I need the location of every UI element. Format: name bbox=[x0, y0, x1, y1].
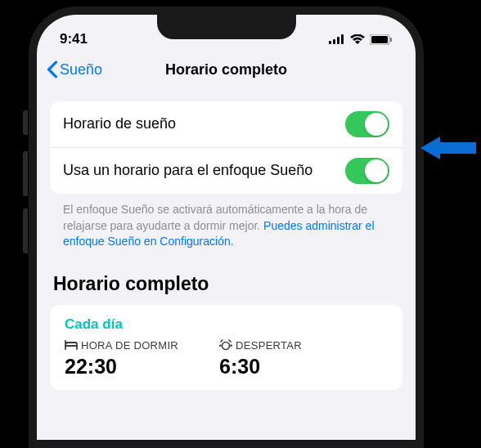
bedtime-label: HORA DE DORMIR bbox=[81, 339, 178, 352]
phone-frame: 9:41 Sueño Horario completo Horario de s… bbox=[29, 7, 424, 448]
sleep-schedule-row: Horario de sueño bbox=[50, 101, 402, 147]
schedule-frequency: Cada día bbox=[65, 316, 388, 333]
svg-rect-3 bbox=[341, 34, 344, 44]
svg-rect-1 bbox=[333, 39, 335, 44]
nav-bar: Sueño Horario completo bbox=[37, 54, 416, 87]
section-heading: Horario completo bbox=[50, 250, 402, 305]
cellular-icon bbox=[329, 34, 345, 44]
back-label: Sueño bbox=[60, 61, 102, 78]
wifi-icon bbox=[350, 34, 365, 44]
status-icons bbox=[329, 34, 393, 45]
notch bbox=[157, 15, 296, 39]
bed-icon bbox=[65, 340, 78, 350]
sleep-schedule-toggle[interactable] bbox=[345, 111, 389, 137]
status-time: 9:41 bbox=[60, 31, 88, 47]
wake-label: DESPERTAR bbox=[236, 339, 302, 352]
use-focus-label: Usa un horario para el enfoque Sueño bbox=[63, 161, 345, 180]
svg-rect-0 bbox=[329, 41, 331, 44]
back-button[interactable]: Sueño bbox=[47, 60, 102, 78]
svg-rect-2 bbox=[337, 37, 339, 44]
phone-screen: 9:41 Sueño Horario completo Horario de s… bbox=[37, 15, 416, 440]
schedule-card[interactable]: Cada día HORA DE DORMIR 22:30 DESPERTAR bbox=[50, 305, 402, 390]
callout-arrow-icon bbox=[419, 133, 476, 163]
battery-icon bbox=[370, 34, 393, 45]
page-title: Horario completo bbox=[165, 61, 287, 78]
svg-rect-6 bbox=[390, 38, 392, 42]
alarm-icon bbox=[219, 339, 232, 351]
use-focus-row: Usa un horario para el enfoque Sueño bbox=[50, 147, 402, 194]
settings-card: Horario de sueño Usa un horario para el … bbox=[50, 101, 402, 194]
use-focus-toggle[interactable] bbox=[345, 158, 389, 184]
svg-point-7 bbox=[223, 343, 230, 350]
bedtime-col: HORA DE DORMIR 22:30 bbox=[65, 339, 178, 379]
wake-col: DESPERTAR 6:30 bbox=[219, 339, 302, 379]
chevron-left-icon bbox=[47, 60, 58, 78]
bedtime-value: 22:30 bbox=[65, 355, 178, 379]
wake-value: 6:30 bbox=[219, 355, 302, 379]
footer-text: El enfoque Sueño se activará automáticam… bbox=[50, 194, 402, 250]
svg-rect-5 bbox=[371, 36, 388, 43]
sleep-schedule-label: Horario de sueño bbox=[63, 114, 345, 133]
